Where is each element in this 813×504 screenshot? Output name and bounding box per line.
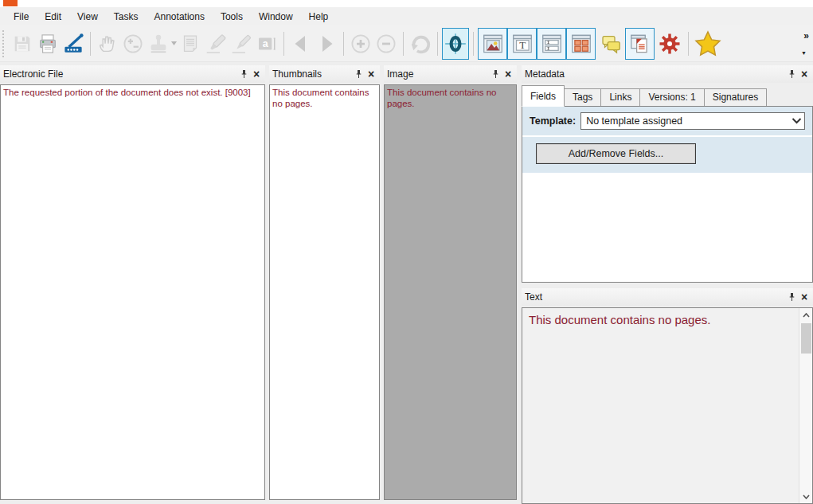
toolbar-separator (403, 32, 404, 56)
image-pane-toggle[interactable] (478, 28, 507, 60)
panel-title: Metadata (525, 68, 785, 80)
pin-icon[interactable] (237, 68, 250, 80)
tab-links[interactable]: Links (601, 88, 640, 107)
menu-annotations[interactable]: Annotations (147, 9, 213, 25)
toolbar-separator (90, 32, 91, 56)
thumbnails-pane-toggle[interactable] (566, 28, 596, 60)
zoom-in-button[interactable] (348, 28, 373, 60)
favorites-button[interactable] (693, 28, 722, 60)
thumbnails-pane-icon (569, 32, 593, 56)
stamp-icon (147, 32, 170, 56)
zoom-out-button[interactable] (373, 28, 399, 60)
pin-icon[interactable] (352, 68, 365, 80)
close-icon[interactable]: × (798, 291, 811, 303)
menu-file[interactable]: File (6, 9, 37, 25)
toolbar-grip[interactable] (2, 30, 6, 57)
options-button[interactable] (655, 28, 684, 60)
panel-title: Electronic File (3, 68, 237, 80)
text-body[interactable]: This document contains no pages. (522, 307, 813, 504)
fields-pane-toggle[interactable] (537, 28, 566, 60)
gear-icon (658, 32, 682, 56)
text-pane-toggle[interactable]: T (507, 28, 537, 60)
image-panel: Image × This document contains no pages. (384, 65, 517, 500)
tab-fields[interactable]: Fields (522, 85, 565, 107)
metadata-panel: Metadata × Fields Tags Links Versions: 1… (522, 65, 813, 283)
image-header: Image × (384, 65, 517, 83)
save-icon (11, 33, 33, 55)
pin-icon[interactable] (785, 291, 798, 303)
svg-text:a: a (263, 38, 269, 49)
panel-title: Image (387, 68, 489, 80)
document-pane-icon (628, 32, 652, 56)
pin-icon[interactable] (489, 68, 502, 80)
pin-icon[interactable] (785, 68, 798, 80)
rotate-button[interactable] (408, 28, 433, 60)
image-body[interactable]: This document contains no pages. (384, 84, 517, 500)
template-row: Template: No template assigned (522, 107, 812, 137)
close-icon[interactable]: × (365, 68, 377, 80)
toolbar-overflow-chevron[interactable]: » (803, 30, 808, 41)
page-count-zero-icon (444, 33, 467, 55)
metadata-tabs: Fields Tags Links Versions: 1 Signatures (522, 84, 813, 107)
toolbar-separator (283, 32, 284, 56)
scroll-up-icon[interactable] (799, 308, 813, 322)
toolbar-separator (343, 32, 344, 56)
save-button[interactable] (10, 28, 35, 60)
template-select[interactable]: No template assigned (580, 112, 805, 130)
menu-tasks[interactable]: Tasks (106, 9, 147, 25)
pan-button[interactable] (95, 28, 120, 60)
previous-page-button[interactable] (288, 28, 314, 60)
tab-tags[interactable]: Tags (565, 88, 601, 107)
stamp-button[interactable] (146, 28, 171, 60)
menu-tools[interactable]: Tools (213, 9, 251, 25)
pen-button[interactable] (229, 28, 254, 60)
panel-title: Text (525, 291, 785, 303)
next-page-button[interactable] (314, 28, 339, 60)
fields-empty-area (522, 173, 812, 282)
electronic-file-body[interactable]: The requested portion of the document do… (0, 84, 265, 500)
text-header: Text × (522, 288, 813, 306)
discussions-icon (599, 32, 623, 56)
scroll-down-icon[interactable] (799, 490, 813, 503)
vertical-scrollbar[interactable] (799, 308, 812, 503)
text-panel: Text × This document contains no pages. (522, 288, 813, 504)
add-remove-fields-button[interactable]: Add/Remove Fields... (536, 143, 696, 164)
thumbnails-panel: Thumbnails × This document contains no p… (269, 65, 380, 500)
app-icon (3, 0, 18, 6)
svg-text:T: T (519, 39, 526, 51)
highlighter-icon (204, 32, 228, 56)
menu-view[interactable]: View (69, 9, 106, 25)
stamp-dropdown-caret[interactable] (171, 41, 178, 45)
menu-help[interactable]: Help (301, 9, 337, 25)
empty-message: This document contains no pages. (385, 85, 516, 111)
print-button[interactable] (35, 28, 61, 60)
highlighter-button[interactable] (203, 28, 229, 60)
panel-title: Thumbnails (272, 68, 352, 80)
scrollbar-thumb[interactable] (801, 323, 811, 354)
zoom-select-icon (121, 32, 145, 56)
tab-signatures[interactable]: Signatures (705, 88, 767, 107)
thumbnails-body[interactable]: This document contains no pages. (269, 84, 380, 500)
menu-window[interactable]: Window (251, 9, 301, 25)
close-icon[interactable]: × (798, 68, 811, 80)
previous-page-icon (289, 32, 313, 56)
close-icon[interactable]: × (502, 68, 514, 80)
scan-button[interactable] (61, 28, 86, 60)
menu-edit[interactable]: Edit (37, 9, 69, 25)
toolbar-more-arrow[interactable]: ▼ (801, 50, 807, 56)
toolbar-separator (473, 32, 474, 56)
tab-versions[interactable]: Versions: 1 (640, 88, 704, 107)
template-label: Template: (530, 115, 576, 127)
close-icon[interactable]: × (250, 68, 263, 80)
image-pane-icon (481, 32, 505, 56)
sticky-note-button[interactable] (178, 28, 203, 60)
chevron-down-icon (792, 118, 802, 124)
text-annotation-button[interactable]: a (254, 28, 279, 60)
main-toolbar: a (0, 25, 813, 62)
document-pane-toggle[interactable] (625, 28, 655, 60)
discussions-toggle[interactable] (596, 28, 625, 60)
pan-hand-icon (96, 33, 119, 55)
toolbar-separator (688, 32, 689, 56)
page-layout-button[interactable] (442, 28, 469, 60)
zoom-select-button[interactable] (120, 28, 146, 60)
